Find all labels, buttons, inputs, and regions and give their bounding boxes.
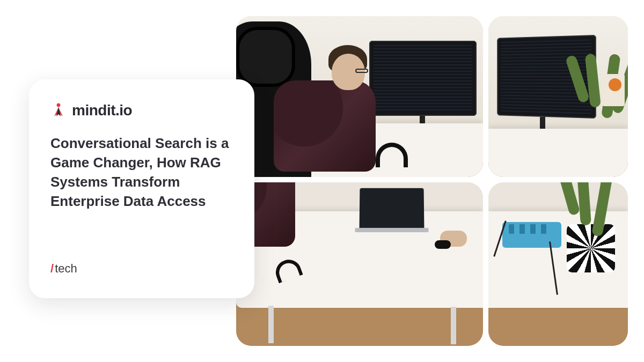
brand-name: mindit.io bbox=[72, 102, 132, 119]
brand-logo: mindit.io bbox=[50, 102, 233, 119]
image-tile-bottom-left bbox=[236, 182, 483, 346]
headline-card: mindit.io Conversational Search is a Gam… bbox=[29, 79, 254, 298]
image-tile-top-right bbox=[488, 16, 628, 177]
hero-image-grid bbox=[236, 16, 628, 346]
article-headline: Conversational Search is a Game Changer,… bbox=[50, 134, 233, 211]
mindit-logo-icon bbox=[50, 102, 67, 119]
svg-point-0 bbox=[57, 104, 61, 107]
category-label: tech bbox=[55, 262, 77, 275]
image-tile-bottom-right bbox=[488, 182, 628, 346]
image-tile-top-left bbox=[236, 16, 483, 177]
category-slash: / bbox=[50, 262, 54, 275]
category-tag: /tech bbox=[50, 262, 233, 276]
